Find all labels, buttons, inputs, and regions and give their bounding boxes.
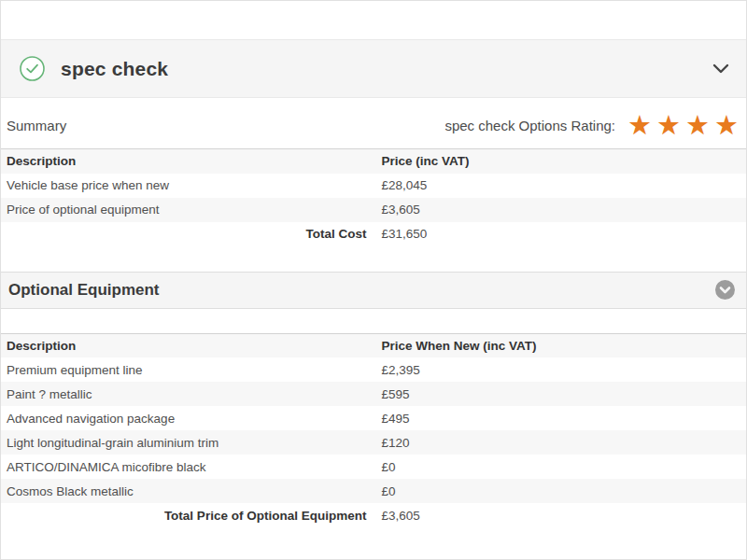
top-spacer	[1, 1, 746, 39]
total-cost-value: £31,650	[375, 222, 746, 246]
table-row: Light longitudinal-grain aluminium trim …	[1, 430, 746, 455]
check-circle-icon	[20, 56, 45, 81]
oe-col-price: Price When New (inc VAT)	[375, 333, 746, 357]
description-cell: ARTICO/DINAMICA micofibre black	[1, 455, 375, 479]
summary-col-price: Price (inc VAT)	[375, 149, 746, 174]
price-cell: £495	[375, 406, 746, 430]
price-cell: £0	[375, 455, 746, 479]
optional-equipment-header[interactable]: Optional Equipment	[1, 272, 746, 309]
price-cell: £3,605	[375, 198, 746, 222]
panel-title: spec check	[61, 58, 168, 80]
summary-total-row: Total Cost £31,650	[1, 222, 746, 246]
table-row: Premium equipment line £2,395	[1, 357, 746, 382]
price-cell: £0	[375, 479, 746, 503]
table-row: Vehicle base price when new £28,045	[1, 174, 746, 198]
description-cell: Price of optional equipment	[1, 198, 375, 222]
oe-table-header-row: Description Price When New (inc VAT)	[1, 333, 746, 357]
star-icon: ★	[685, 112, 710, 139]
price-cell: £2,395	[375, 357, 746, 382]
summary-bar: Summary spec check Options Rating: ★★★★	[1, 98, 746, 147]
description-cell: Paint ? metallic	[1, 382, 375, 406]
oe-total-value: £3,605	[375, 503, 746, 527]
spec-check-header[interactable]: spec check	[1, 39, 746, 98]
description-cell: Advanced navigation package	[1, 406, 375, 430]
chevron-down-circle-icon[interactable]	[715, 280, 735, 300]
table-row: Cosmos Black metallic £0	[1, 479, 746, 503]
chevron-down-icon[interactable]	[712, 63, 729, 75]
price-cell: £120	[375, 430, 746, 455]
table-row: ARTICO/DINAMICA micofibre black £0	[1, 455, 746, 479]
total-cost-label: Total Cost	[1, 222, 375, 246]
summary-col-description: Description	[1, 149, 375, 174]
price-cell: £28,045	[375, 174, 746, 198]
rating-label: spec check Options Rating:	[444, 118, 615, 133]
summary-table-header-row: Description Price (inc VAT)	[1, 149, 746, 174]
section-title: Optional Equipment	[8, 281, 160, 300]
star-icon: ★	[627, 112, 652, 139]
rating-stars: ★★★★	[623, 112, 739, 139]
oe-col-description: Description	[1, 333, 375, 357]
summary-table: Description Price (inc VAT) Vehicle base…	[1, 148, 746, 246]
table-row: Price of optional equipment £3,605	[1, 198, 746, 222]
options-rating: spec check Options Rating: ★★★★	[444, 112, 739, 139]
description-cell: Vehicle base price when new	[1, 174, 375, 198]
star-icon: ★	[656, 112, 681, 139]
star-icon: ★	[714, 112, 739, 139]
summary-label: Summary	[7, 118, 66, 133]
description-cell: Cosmos Black metallic	[1, 479, 375, 503]
table-row: Paint ? metallic £595	[1, 382, 746, 406]
price-cell: £595	[375, 382, 746, 406]
oe-total-label: Total Price of Optional Equipment	[1, 503, 375, 527]
description-cell: Light longitudinal-grain aluminium trim	[1, 430, 375, 455]
optional-equipment-table: Description Price When New (inc VAT) Pre…	[1, 333, 746, 528]
spec-check-panel: spec check Summary spec check Options Ra…	[0, 0, 747, 560]
table-row: Advanced navigation package £495	[1, 406, 746, 430]
oe-total-row: Total Price of Optional Equipment £3,605	[1, 503, 746, 527]
description-cell: Premium equipment line	[1, 357, 375, 382]
